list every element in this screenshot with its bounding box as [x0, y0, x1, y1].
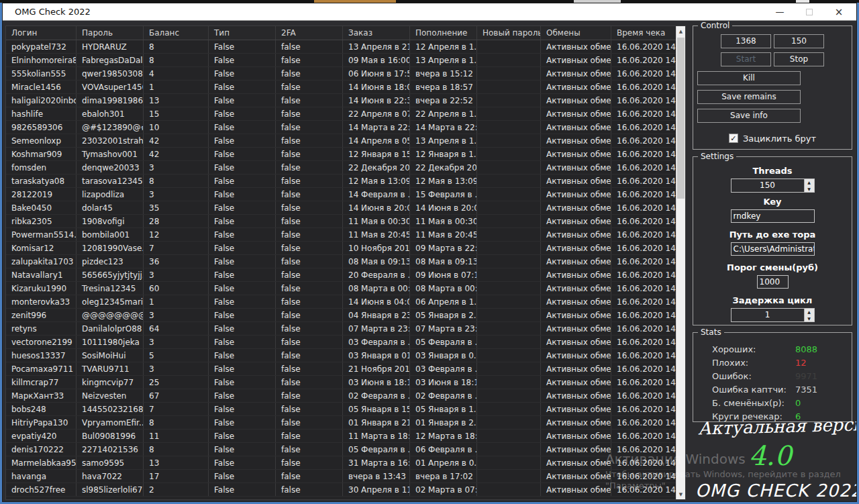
save-info-button[interactable]: Save info	[697, 109, 801, 123]
table-cell	[477, 430, 541, 442]
table-row[interactable]: Bake0450dolar4535Falsefalse14 Июня в 20:…	[6, 201, 685, 215]
counter-left-button[interactable]: 1368	[721, 34, 771, 48]
table-cell: 28	[144, 215, 209, 228]
column-header[interactable]: Заказ	[343, 26, 410, 40]
table-row[interactable]: bobs2481445502321684b7Falsefalse05 Январ…	[6, 403, 685, 416]
scroll-down-icon[interactable]: ▼	[676, 489, 685, 499]
table-row[interactable]: Pocamaxa9711TVARU97113Falsefalse21 Ноябр…	[6, 362, 685, 376]
vertical-scrollbar[interactable]: ▲ ▼	[676, 26, 685, 499]
table-row[interactable]: HitriyPapa130VpryamomEfir...8Falsefalse0…	[6, 416, 685, 430]
tor-path-input[interactable]: C:\Users\Administrator	[731, 242, 815, 256]
key-input[interactable]: rndkey	[731, 209, 815, 223]
table-cell: dima19981986...	[77, 94, 144, 107]
stat-row: Хороших:8088	[697, 342, 848, 356]
table-cell: 16.06.2020 14:...	[611, 416, 685, 429]
column-header[interactable]: Логин	[6, 26, 77, 40]
table-cell: 21 Ноября 201...	[343, 362, 410, 375]
table-row[interactable]: zalupakita1703pizdec12336Falsefalse08 Ма…	[6, 255, 685, 268]
spinner-down-icon[interactable]: ▼	[805, 186, 814, 193]
table-cell	[477, 215, 541, 228]
table-row[interactable]: droch527freesl985lizerloli672Falsefalse3…	[6, 483, 685, 497]
table-row[interactable]: zenit996@@@@@@@@...3Falsefalse04 Января …	[6, 309, 685, 322]
column-header[interactable]: 2FA	[276, 26, 343, 40]
table-row[interactable]: 9826589306@#$123890@#$10Falsefalse14 Мар…	[6, 121, 685, 134]
table-row[interactable]: Elninhomoreira8FabregasDaDal...8Falsefal…	[6, 54, 685, 67]
column-header[interactable]: Пароль	[77, 26, 144, 40]
delay-stepper[interactable]: 1 ▲ ▼	[731, 308, 815, 322]
column-header[interactable]: Баланс	[144, 26, 209, 40]
table-row[interactable]: Semeonloxp23032001strah42Falsefalse14 Ап…	[6, 134, 685, 148]
spinner-down-icon[interactable]: ▼	[805, 315, 814, 322]
column-header[interactable]: Время чека	[611, 26, 685, 40]
column-header[interactable]: Тип	[209, 26, 276, 40]
start-button[interactable]: Start	[721, 52, 771, 66]
table-row[interactable]: monterovka33oleg12345mari...1Falsefalse1…	[6, 295, 685, 309]
scrollbar-thumb[interactable]	[677, 38, 685, 199]
table-cell: 3	[144, 188, 209, 201]
save-remains-button[interactable]: Save remains	[697, 90, 801, 104]
table-cell: VpryamomEfir...	[77, 416, 144, 429]
table-row[interactable]: ribka23051908vofigi28Falsefalse11 Мая в …	[6, 215, 685, 228]
table-row[interactable]: vectorone219910111980jeka3Falsefalse03 Ф…	[6, 336, 685, 349]
threads-value[interactable]: 150	[731, 179, 804, 192]
table-cell: 05 Февраля в ...	[343, 443, 410, 456]
column-header[interactable]: Обмены	[541, 26, 611, 40]
table-cell: Активных обме...	[541, 40, 611, 53]
table-cell: 3	[144, 336, 209, 348]
table-cell: Активных обме...	[541, 255, 611, 268]
table-cell: 05 Января в 2...	[410, 309, 477, 321]
table-cell: 14 Июня в 22:30	[343, 94, 410, 107]
table-cell: 22 Апреля в 1...	[410, 107, 477, 120]
table-cell: 14 Февраля в ...	[343, 188, 410, 201]
table-row[interactable]: hashlifeebaloh30115Falsefalse22 Апреля в…	[6, 107, 685, 121]
table-row[interactable]: huesos13337SosiMoiHui5Falsefalse03 Январ…	[6, 349, 685, 362]
spinner-up-icon[interactable]: ▲	[805, 179, 814, 186]
table-row[interactable]: 555kolian555qwer19850308...4Falsefalse06…	[6, 67, 685, 81]
spinner-up-icon[interactable]: ▲	[805, 309, 814, 315]
delay-value[interactable]: 1	[731, 309, 804, 321]
counter-right-button[interactable]: 150	[774, 34, 824, 48]
table-row[interactable]: Marmelabkaa95samo959513Falsefalse31 Март…	[6, 456, 685, 470]
maximize-button[interactable]	[795, 3, 824, 20]
close-icon: ×	[835, 6, 844, 18]
table-row[interactable]: havangahava702217Falsefalseвчера в 13:43…	[6, 470, 685, 483]
table-cell: Активных обме...	[541, 161, 611, 174]
table-row[interactable]: Powerman5514...bombila00112Falsefalse11 …	[6, 228, 685, 242]
table-cell: 3	[144, 161, 209, 174]
table-row[interactable]: denis170222227140215368Falsefalse05 Февр…	[6, 443, 685, 456]
table-cell	[477, 389, 541, 402]
table-row[interactable]: fomsdendenqwe200333Falsefalse22 Декабря …	[6, 161, 685, 174]
table-cell: 09 Июня в 07:15	[410, 268, 477, 281]
table-row[interactable]: evpatiy420Bul0908199611Falsefalse11 Март…	[6, 430, 685, 443]
titlebar[interactable]: OMG Check 2022 — ×	[3, 3, 856, 21]
column-header[interactable]: Новый пароль	[477, 26, 541, 40]
table-row[interactable]: pokypatel732HYDRARUZ8Falsefalse13 Апреля…	[6, 40, 685, 54]
table-cell: 08 Мая в 09:13	[410, 255, 477, 268]
table-cell	[477, 362, 541, 375]
minimize-button[interactable]: —	[765, 3, 795, 20]
table-cell: 1908vofigi	[77, 215, 144, 228]
table-row[interactable]: Koshmar909Tymashov00142Falsefalse12 Янва…	[6, 148, 685, 161]
table-row[interactable]: МаркХант33Neizvesten67Falsefalse02 Февра…	[6, 389, 685, 403]
table-row[interactable]: killmcrap77kingmcvip7725Falsefalse03 Июн…	[6, 376, 685, 389]
table-row[interactable]: taraskatya08tarasova1234568Falsefalse12 …	[6, 174, 685, 188]
kill-button[interactable]: Kill	[697, 71, 801, 85]
table-cell: Активных обме...	[541, 228, 611, 241]
table-row[interactable]: 28122019lizapodliza3Falsefalse14 Февраля…	[6, 188, 685, 201]
loop-brute-checkbox[interactable]: ✓	[729, 134, 738, 143]
settings-group: Settings Threads 150 ▲ ▼ Key rndkey Путь…	[693, 156, 852, 325]
threshold-input[interactable]: 1000	[757, 275, 789, 289]
stop-button[interactable]: Stop	[774, 52, 824, 66]
table-row[interactable]: Kizaruku1990Tresina1234560Falsefalse08 М…	[6, 282, 685, 295]
close-button[interactable]: ×	[824, 3, 854, 20]
scroll-up-icon[interactable]: ▲	[676, 26, 685, 36]
column-header[interactable]: Пополнение	[410, 26, 477, 40]
check-icon: ✓	[730, 135, 736, 142]
table-row[interactable]: Miracle1456VOVAsuper14561Falsefalse14 Ию…	[6, 81, 685, 94]
table-row[interactable]: haligali2020inboxdima19981986...13Falsef…	[6, 94, 685, 107]
table-row[interactable]: Natavallary1565665yjytjtyjj...3Falsefals…	[6, 268, 685, 282]
table-row[interactable]: retynsDanilalolprO8864Falsefalse07 Марта…	[6, 322, 685, 336]
table-header: ЛогинПарольБалансТип2FAЗаказПополнениеНо…	[6, 26, 685, 40]
threads-stepper[interactable]: 150 ▲ ▼	[731, 179, 815, 193]
table-row[interactable]: Komisar1212081990Vase...7Falsefalse10 Но…	[6, 242, 685, 255]
